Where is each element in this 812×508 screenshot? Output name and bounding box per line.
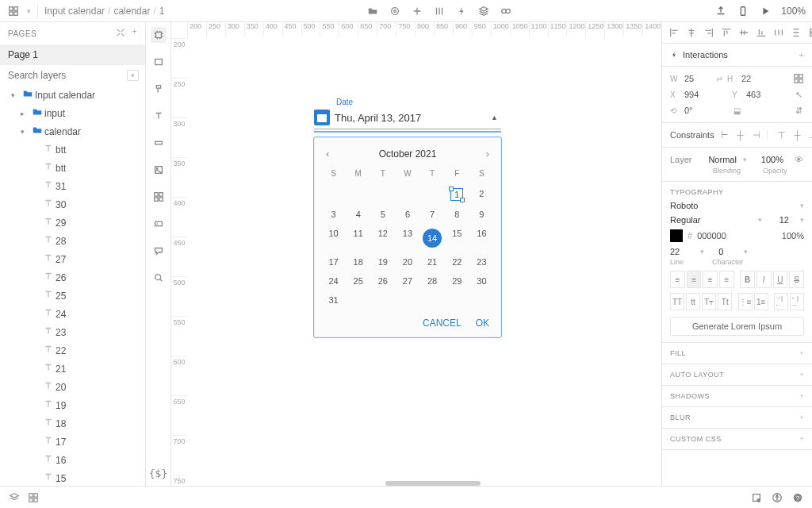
layer-item[interactable]: 17 (0, 433, 145, 451)
tidy-icon[interactable] (808, 27, 812, 38)
layer-item[interactable]: 20 (0, 378, 145, 396)
layer-item[interactable]: 21 (0, 360, 145, 378)
calendar-day[interactable]: 17 (321, 252, 346, 271)
calendar-day[interactable]: 15 (445, 224, 469, 252)
arrows-icon[interactable] (411, 5, 423, 17)
layer-item[interactable]: btt (0, 159, 145, 177)
text-tool[interactable] (151, 108, 167, 124)
rtl-button[interactable]: →|← (774, 293, 788, 310)
input-tool[interactable] (151, 216, 167, 232)
date-field[interactable]: Thu, April 13, 2017 ▲ (314, 108, 501, 129)
italic-button[interactable]: I (756, 271, 772, 288)
calendar-day[interactable]: 12 (370, 224, 395, 252)
link-icon[interactable] (500, 5, 512, 17)
settings-icon[interactable] (389, 5, 401, 17)
add-page-icon[interactable]: + (132, 27, 137, 40)
calendar-day[interactable]: 6 (395, 205, 419, 224)
calendar-day[interactable]: 10 (321, 224, 346, 252)
height-input[interactable]: 22 (741, 74, 768, 83)
rotation-input[interactable]: 0° (684, 106, 711, 115)
width-input[interactable]: 25 (684, 74, 711, 83)
next-month-icon[interactable]: › (486, 148, 489, 160)
x-input[interactable]: 994 (684, 90, 711, 99)
add-auto-layout-icon[interactable]: + (799, 371, 804, 379)
case-title[interactable]: Tᴛ (702, 293, 716, 310)
layer-item[interactable]: 25 (0, 287, 145, 305)
calendar-day[interactable]: 8 (445, 205, 469, 224)
list-number[interactable]: 1≡ (754, 293, 768, 310)
flip-icon[interactable]: ⇵ (793, 105, 804, 116)
case-lower[interactable]: tt (686, 293, 700, 310)
strike-button[interactable]: S (789, 271, 804, 288)
visibility-icon[interactable]: 👁 (793, 154, 804, 165)
collapse-icon[interactable] (115, 27, 126, 40)
text-align-center[interactable]: ≡ (687, 271, 702, 288)
constraint-middle-icon[interactable]: ┼ (792, 129, 803, 140)
bold-button[interactable]: B (740, 271, 755, 288)
char-spacing-input[interactable]: 0 (718, 247, 723, 256)
calendar-day[interactable]: 13 (395, 224, 419, 252)
layer-item[interactable]: 16 (0, 451, 145, 469)
frame-tool[interactable] (151, 27, 167, 43)
dist-v-icon[interactable] (791, 27, 802, 38)
layer-item[interactable]: btt (0, 140, 145, 159)
paint-tool[interactable] (151, 81, 167, 97)
align-hcenter-icon[interactable] (686, 27, 697, 38)
y-input[interactable]: 463 (746, 90, 773, 99)
calendar-day[interactable]: 31 (321, 291, 346, 310)
layer-item[interactable]: 31 (0, 177, 145, 195)
comment-tool[interactable] (151, 243, 167, 259)
calendar-day[interactable]: 5 (370, 205, 395, 224)
add-interaction-icon[interactable]: + (799, 50, 804, 60)
search-dropdown-icon[interactable]: ▾ (127, 70, 139, 81)
constraint-left-icon[interactable]: ⊢ (719, 129, 730, 140)
calendar-day[interactable]: 1 (445, 184, 469, 205)
export-icon[interactable] (714, 5, 727, 17)
zoom-level[interactable]: 100% (781, 6, 806, 17)
search-tool[interactable] (151, 270, 167, 286)
color-hex-input[interactable]: 000000 (697, 231, 726, 241)
ltr-button[interactable]: ←|→ (790, 293, 804, 310)
layer-item[interactable]: ▾Input calendar (0, 86, 145, 104)
font-size-input[interactable]: 12 (779, 215, 789, 225)
calendar-day[interactable]: 16 (469, 224, 494, 252)
lock-aspect-icon[interactable]: ⇄ (716, 75, 722, 83)
layer-item[interactable]: 28 (0, 232, 145, 250)
device-icon[interactable] (737, 5, 749, 17)
breadcrumb-item[interactable]: Input calendar (44, 6, 105, 17)
layer-item[interactable]: 18 (0, 414, 145, 433)
dimension-icon[interactable] (793, 73, 804, 84)
case-sentence[interactable]: Tt (718, 293, 732, 310)
add-blur-icon[interactable]: + (799, 414, 804, 421)
canvas[interactable]: 2002503003504004505005506006507007508008… (171, 22, 661, 486)
align-vcenter-icon[interactable] (738, 27, 749, 38)
layers-icon[interactable] (477, 5, 490, 17)
line-height-input[interactable]: 22 (670, 247, 680, 256)
breadcrumb-item[interactable]: calendar (113, 6, 150, 17)
bolt-icon[interactable] (455, 5, 468, 17)
folder-icon[interactable] (366, 5, 379, 17)
layer-item[interactable]: 30 (0, 195, 145, 214)
component-tool[interactable] (151, 189, 167, 205)
calendar-day[interactable]: 3 (321, 205, 346, 224)
grid-panel-icon[interactable] (27, 491, 40, 504)
calendar-day[interactable]: 24 (321, 271, 346, 291)
constraint-center-icon[interactable]: ┼ (735, 129, 746, 140)
layer-item[interactable]: 22 (0, 341, 145, 360)
rect-tool[interactable] (151, 54, 167, 70)
position-icon[interactable]: ↖ (793, 89, 804, 100)
add-shadow-icon[interactable]: + (799, 392, 804, 400)
calendar-day[interactable]: 23 (469, 252, 494, 271)
layer-item[interactable]: 15 (0, 469, 145, 486)
calendar-day[interactable]: 18 (346, 252, 370, 271)
search-input[interactable] (8, 70, 127, 81)
text-align-justify[interactable]: ≡ (719, 271, 734, 288)
canvas-scrollbar[interactable] (385, 481, 481, 486)
constraint-bottom-icon[interactable]: ⊥ (808, 129, 812, 140)
text-align-right[interactable]: ≡ (703, 271, 718, 288)
ok-button[interactable]: OK (476, 318, 489, 329)
menu-chevron-icon[interactable]: ▾ (27, 7, 31, 15)
breadcrumb-item[interactable]: 1 (159, 6, 165, 17)
blending-select[interactable]: Normal (708, 155, 736, 164)
dist-h-icon[interactable] (773, 27, 784, 38)
